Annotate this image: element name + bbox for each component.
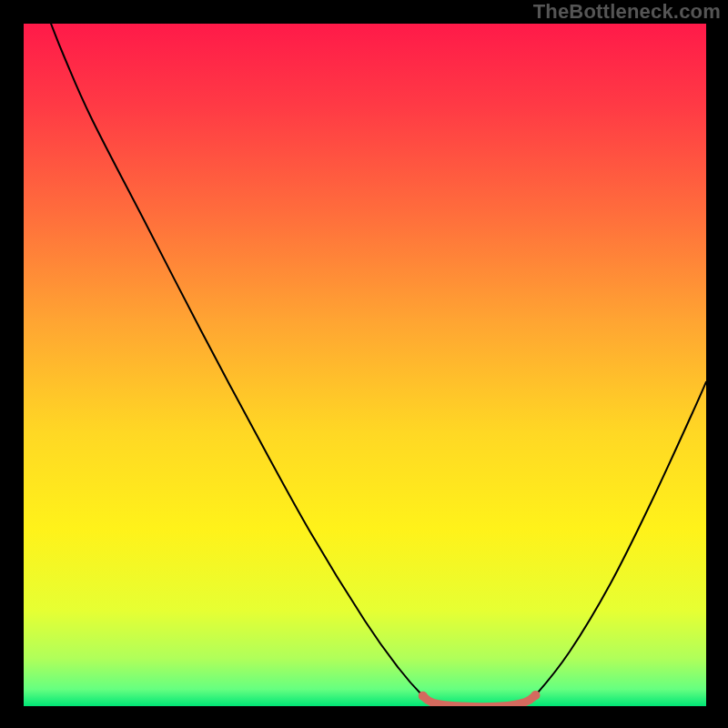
bottleneck-chart [24, 24, 706, 706]
optimal-band-start-dot [419, 692, 428, 701]
gradient-background [24, 24, 706, 706]
chart-container: TheBottleneck.com [0, 0, 728, 728]
attribution-label: TheBottleneck.com [533, 0, 721, 24]
optimal-band-end-dot [531, 691, 541, 700]
